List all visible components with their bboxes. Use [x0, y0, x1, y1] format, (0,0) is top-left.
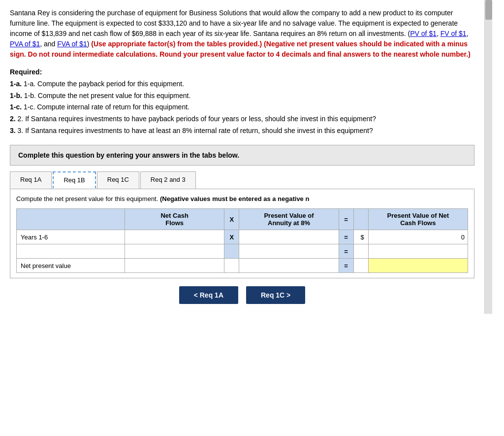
years16-x-operator: X: [224, 230, 239, 244]
req-1c: 1-c. 1-c. Compute internal rate of retur…: [10, 101, 474, 113]
intro-text-1: Santana Rey is considering the purchase …: [10, 9, 458, 37]
pva-link[interactable]: PVA of $1: [10, 40, 40, 48]
col-equals-header: =: [339, 209, 353, 230]
req-3: 3. 3. If Santana requires investments to…: [10, 125, 474, 137]
fv-link[interactable]: FV of $1: [441, 30, 467, 37]
tab-req1c[interactable]: Req 1C: [97, 171, 139, 189]
years16-label: Years 1-6: [17, 230, 125, 244]
years16-pv-net-input[interactable]: [369, 230, 468, 244]
required-label: Required:: [10, 68, 42, 76]
pv-link[interactable]: PV of $1: [410, 30, 437, 37]
req-1a: 1-a. 1-a. Compute the payback period for…: [10, 78, 474, 90]
initial-pv-annuity-input[interactable]: [239, 244, 338, 258]
col-pv-net-header: Present Value of NetCash Flows: [368, 209, 468, 230]
req-2: 2. 2. If Santana requires investments to…: [10, 113, 474, 125]
col-pv-annuity-header: Present Value ofAnnuity at 8%: [239, 209, 339, 230]
initial-pv-annuity-cell: [239, 244, 339, 259]
main-content: Santana Rey is considering the purchase …: [0, 0, 484, 314]
instruction-box-text: Complete this question by entering your …: [18, 151, 239, 159]
initial-equals: =: [339, 244, 353, 259]
years16-dollar: $: [353, 230, 368, 244]
scrollbar-thumb[interactable]: [485, 0, 492, 20]
page-container: Santana Rey is considering the purchase …: [0, 0, 504, 314]
initial-dollar: [353, 244, 368, 259]
tab-req1b[interactable]: Req 1B: [53, 171, 95, 189]
npv-spacer1: [125, 259, 224, 273]
intro-paragraph: Santana Rey is considering the purchase …: [10, 8, 474, 60]
back-req1a-button[interactable]: < Req 1A: [179, 286, 238, 304]
calc-table: Net CashFlows X Present Value ofAnnuity …: [16, 208, 468, 273]
req-1b: 1-b. 1-b. Compute the net present value …: [10, 90, 474, 102]
initial-net-cash-cell: [125, 244, 224, 259]
bottom-nav: < Req 1A Req 1C >: [10, 286, 474, 304]
table-row-initial: =: [17, 244, 468, 259]
tab-req2and3[interactable]: Req 2 and 3: [140, 171, 196, 189]
tab-content-area: Compute the net present value for this e…: [10, 189, 474, 279]
required-section: Required: 1-a. 1-a. Compute the payback …: [10, 67, 474, 137]
initial-x-operator: [224, 244, 239, 259]
table-row-years16: Years 1-6 X = $: [17, 230, 468, 244]
years16-net-cash-input[interactable]: [125, 230, 224, 244]
npv-spacer3: [239, 259, 339, 273]
col-x-header: X: [224, 209, 239, 230]
npv-spacer2: [224, 259, 239, 273]
years16-pv-net-cell: [368, 230, 468, 244]
instruction-box: Complete this question by entering your …: [10, 145, 474, 166]
col-dollar-header: [353, 209, 368, 230]
table-header-row: Net CashFlows X Present Value ofAnnuity …: [17, 209, 468, 230]
tab-instruction-bold: (Negative values must be entered as a ne…: [160, 195, 309, 202]
tab-req1a[interactable]: Req 1A: [10, 171, 52, 189]
npv-dollar: [353, 259, 368, 273]
initial-pv-net-input[interactable]: [369, 244, 468, 258]
col-net-cash-header: Net CashFlows: [125, 209, 224, 230]
tab-instruction: Compute the net present value for this e…: [16, 194, 468, 204]
fva-link[interactable]: FVA of $1: [57, 40, 87, 48]
npv-label: Net present value: [17, 259, 125, 273]
initial-label: [17, 244, 125, 259]
scrollbar[interactable]: [484, 0, 492, 314]
table-row-npv: Net present value =: [17, 259, 468, 273]
years16-net-cash-cell: [125, 230, 224, 244]
npv-result-input[interactable]: [369, 259, 468, 272]
years16-pv-annuity-input[interactable]: [239, 230, 338, 244]
npv-equals: =: [339, 259, 353, 273]
years16-pv-annuity-cell: [239, 230, 339, 244]
col-label-header: [17, 209, 125, 230]
npv-result-cell: [368, 259, 468, 273]
initial-net-cash-input[interactable]: [125, 244, 224, 258]
tabs-row: Req 1A Req 1B Req 1C Req 2 and 3: [10, 171, 474, 189]
forward-req1c-button[interactable]: Req 1C >: [246, 286, 305, 304]
initial-pv-net-cell: [368, 244, 468, 259]
years16-equals: =: [339, 230, 353, 244]
